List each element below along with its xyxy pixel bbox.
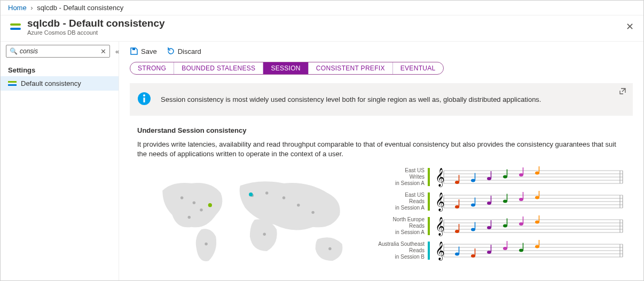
svg-point-15 <box>282 197 285 199</box>
tab-bounded-staleness[interactable]: BOUNDED STALENESS <box>174 62 263 74</box>
svg-point-99 <box>535 245 539 248</box>
svg-point-93 <box>487 251 491 254</box>
svg-rect-3 <box>8 84 17 86</box>
music-note <box>471 222 475 231</box>
svg-point-53 <box>487 202 491 205</box>
tab-session[interactable]: SESSION <box>263 62 308 74</box>
breadcrumb: Home › sqlcdb - Default consistency <box>1 1 643 15</box>
sidebar-item-label: Default consistency <box>21 79 81 87</box>
music-note <box>487 196 491 205</box>
clear-icon[interactable]: ✕ <box>100 47 106 55</box>
music-note <box>455 224 459 233</box>
save-button[interactable]: Save <box>130 47 157 55</box>
popout-icon[interactable] <box>619 87 626 97</box>
svg-point-69 <box>455 230 459 233</box>
tab-strong[interactable]: STRONG <box>130 62 174 74</box>
info-text: Session consistency is most widely used … <box>161 95 541 103</box>
info-banner: Session consistency is most widely used … <box>130 83 633 116</box>
staff-label: North EuropeReadsin Session A <box>378 216 425 236</box>
staff-label: Australia SoutheastReadsin Session B <box>378 241 425 260</box>
treble-clef-icon: 𝄞 <box>435 192 445 212</box>
svg-point-79 <box>535 221 539 224</box>
music-note <box>455 199 459 208</box>
svg-point-7 <box>143 94 145 97</box>
cosmosdb-icon <box>8 19 23 34</box>
svg-point-89 <box>455 253 459 256</box>
close-icon[interactable]: ✕ <box>624 19 636 35</box>
map-dot-read-region <box>249 192 253 196</box>
svg-point-91 <box>471 254 475 258</box>
svg-point-33 <box>487 177 491 180</box>
toolbar: Save Discard <box>130 47 633 55</box>
page-subtitle: Azure Cosmos DB account <box>27 29 165 36</box>
treble-clef-icon: 𝄞 <box>435 217 445 236</box>
music-note <box>471 198 475 207</box>
consistency-staff-chart: East USWritesin Session A𝄞East USReadsin… <box>378 166 633 275</box>
svg-point-75 <box>503 224 507 228</box>
music-note <box>487 220 491 229</box>
svg-point-18 <box>263 233 265 236</box>
main-content: Save Discard STRONG BOUNDED STALENESS SE… <box>119 42 643 280</box>
svg-point-16 <box>297 204 300 206</box>
svg-point-51 <box>471 204 475 207</box>
session-indicator <box>428 242 430 260</box>
search-box[interactable]: 🔍 ✕ <box>6 45 110 58</box>
svg-point-17 <box>311 211 314 214</box>
consistency-icon <box>8 81 17 87</box>
svg-point-95 <box>503 247 507 250</box>
tab-eventual[interactable]: EVENTUAL <box>393 62 443 74</box>
music-staff: 𝄞 <box>433 166 625 188</box>
music-note <box>455 247 459 256</box>
section-description: It provides write latencies, availabilit… <box>137 140 625 159</box>
staff-label: East USWritesin Session A <box>378 167 425 187</box>
svg-point-14 <box>265 192 268 195</box>
music-note <box>487 171 491 180</box>
session-indicator <box>428 217 430 235</box>
music-note <box>519 216 523 226</box>
info-icon <box>137 92 151 107</box>
svg-point-97 <box>519 249 523 252</box>
music-staff: 𝄞 <box>433 240 625 261</box>
svg-point-8 <box>180 197 183 199</box>
sidebar-item-default-consistency[interactable]: Default consistency <box>1 76 119 91</box>
svg-rect-0 <box>10 23 21 26</box>
blade-header: sqlcdb - Default consistency Azure Cosmo… <box>1 15 643 42</box>
svg-point-55 <box>503 200 507 203</box>
music-note <box>471 248 475 258</box>
tab-consistent-prefix[interactable]: CONSISTENT PREFIX <box>309 62 393 74</box>
svg-point-49 <box>455 205 459 208</box>
svg-point-57 <box>519 198 523 201</box>
discard-button[interactable]: Discard <box>167 47 201 55</box>
svg-rect-2 <box>8 81 17 83</box>
chevron-right-icon: › <box>30 4 33 12</box>
svg-point-19 <box>328 247 331 250</box>
page-title: sqlcdb - Default consistency <box>27 18 165 29</box>
svg-point-9 <box>193 202 195 204</box>
consistency-tabs: STRONG BOUNDED STALENESS SESSION CONSIST… <box>130 62 444 75</box>
svg-point-11 <box>188 216 191 219</box>
world-map <box>137 166 372 275</box>
map-dot-write-region <box>208 203 212 207</box>
search-input[interactable] <box>20 47 100 55</box>
section-title: Understand Session consistency <box>137 126 633 134</box>
treble-clef-icon: 𝄞 <box>435 168 445 187</box>
svg-point-39 <box>535 172 539 175</box>
music-note <box>519 192 523 201</box>
svg-point-77 <box>519 222 523 226</box>
music-note <box>503 241 507 250</box>
staff-row: North EuropeReadsin Session A𝄞 <box>378 215 633 237</box>
staff-row: Australia SoutheastReadsin Session B𝄞 <box>378 240 633 261</box>
sidebar-section-settings: Settings <box>1 61 119 76</box>
treble-clef-icon: 𝄞 <box>435 242 445 261</box>
svg-rect-1 <box>10 28 21 30</box>
svg-rect-4 <box>132 48 135 50</box>
svg-point-29 <box>455 181 459 184</box>
music-note <box>519 167 523 176</box>
staff-label: East USReadsin Session A <box>378 192 425 211</box>
svg-point-37 <box>519 173 523 176</box>
breadcrumb-home[interactable]: Home <box>8 4 27 12</box>
svg-point-12 <box>205 243 207 245</box>
staff-row: East USWritesin Session A𝄞 <box>378 166 633 188</box>
svg-point-10 <box>200 208 202 211</box>
search-icon: 🔍 <box>10 47 18 55</box>
